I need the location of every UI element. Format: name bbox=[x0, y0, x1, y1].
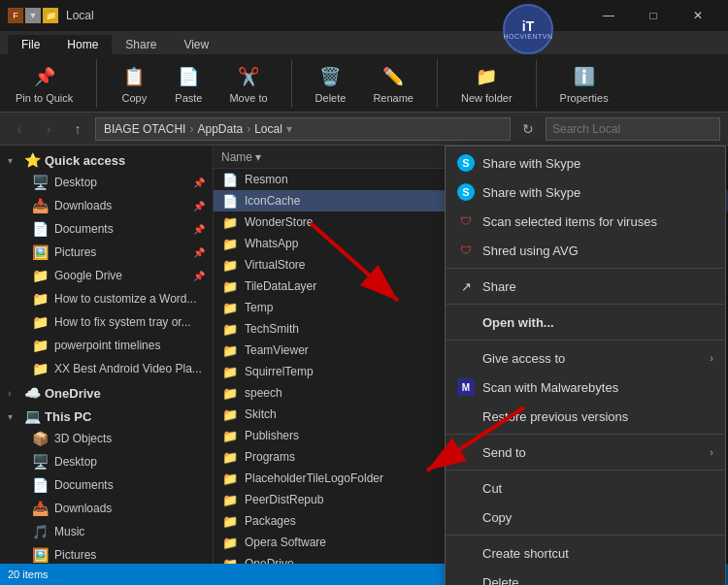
sidebar-item-ppt-timelines[interactable]: 📁 powerpoint timelines bbox=[0, 334, 213, 357]
sidebar-item-documents-qa-label: Documents bbox=[54, 222, 187, 236]
back-button[interactable]: ‹ bbox=[8, 117, 31, 141]
ctx-scan-avg[interactable]: 🛡 Scan selected items for viruses bbox=[446, 207, 725, 236]
ctx-share-skype-2[interactable]: S Share with Skype bbox=[446, 178, 725, 207]
share-icon: ↗ bbox=[457, 277, 475, 295]
sidebar-item-pictures-qa[interactable]: 🖼️ Pictures 📌 bbox=[0, 241, 213, 264]
address-path[interactable]: BIAGE OTACHI › AppData › Local ▾ bbox=[95, 117, 511, 141]
tab-file[interactable]: File bbox=[8, 35, 53, 54]
sidebar-item-music-pc[interactable]: 🎵 Music bbox=[0, 520, 213, 543]
sidebar-item-3dobjects[interactable]: 📦 3D Objects bbox=[0, 427, 213, 450]
ctx-give-access[interactable]: Give access to › bbox=[446, 343, 725, 373]
ctx-share-skype-1[interactable]: S Share with Skype bbox=[446, 148, 725, 178]
squirreltemp-icon: 📁 bbox=[221, 365, 239, 379]
pictures-qa-pin: 📌 bbox=[193, 247, 205, 258]
opera-icon: 📁 bbox=[221, 536, 239, 550]
ctx-share-label: Share bbox=[482, 279, 713, 294]
up-button[interactable]: ↑ bbox=[66, 117, 89, 141]
delete-button[interactable]: 🗑️ Delete bbox=[308, 59, 354, 108]
sidebar-item-downloads-pc[interactable]: 📥 Downloads bbox=[0, 497, 213, 520]
new-folder-button[interactable]: 📁 New folder bbox=[453, 59, 520, 108]
title-bar-icons: F ▼ 📁 bbox=[8, 8, 58, 23]
restore-versions-icon bbox=[457, 407, 475, 425]
tab-share[interactable]: Share bbox=[112, 35, 170, 54]
logo-sub-text: HOCVIENTVN bbox=[504, 33, 553, 40]
onedrive-header[interactable]: › ☁️ OneDrive bbox=[0, 382, 213, 404]
ctx-shred-avg-label: Shred using AVG bbox=[482, 244, 713, 258]
fix-system-tray-icon: 📁 bbox=[31, 314, 49, 330]
quick-access-header[interactable]: ▾ ⭐ Quick access bbox=[0, 149, 213, 171]
skype-icon-1: S bbox=[457, 154, 475, 172]
rename-button[interactable]: ✏️ Rename bbox=[365, 59, 421, 108]
ctx-send-to-label: Send to bbox=[482, 445, 702, 460]
resmon-name: Resmon bbox=[245, 173, 476, 186]
paste-label: Paste bbox=[175, 92, 202, 104]
ctx-delete[interactable]: Delete bbox=[446, 568, 725, 585]
logo-area: iT HOCVIENTVN bbox=[503, 4, 553, 54]
copy-ctx-icon bbox=[457, 508, 475, 526]
close-button[interactable]: ✕ bbox=[676, 0, 720, 31]
sidebar-item-fix-system-tray[interactable]: 📁 How to fix system tray or... bbox=[0, 310, 213, 334]
app-icon-2: ▼ bbox=[25, 8, 41, 23]
sidebar-item-pictures-pc-label: Pictures bbox=[54, 548, 205, 562]
sidebar-item-downloads-qa[interactable]: 📥 Downloads 📌 bbox=[0, 194, 213, 217]
thispc-chevron: ▾ bbox=[8, 411, 19, 422]
tab-view[interactable]: View bbox=[170, 35, 222, 54]
3dobjects-icon: 📦 bbox=[31, 431, 49, 446]
ctx-share-skype-2-label: Share with Skype bbox=[482, 185, 713, 200]
status-item-count: 20 items bbox=[8, 569, 49, 580]
whatsapp-icon: 📁 bbox=[221, 237, 239, 251]
search-input[interactable] bbox=[546, 117, 720, 141]
packages-icon: 📁 bbox=[221, 514, 239, 529]
minimize-button[interactable]: — bbox=[586, 0, 631, 31]
ribbon-sep-2 bbox=[291, 59, 292, 108]
iconcache-name: IconCache bbox=[245, 194, 476, 208]
ctx-open-with[interactable]: Open with... bbox=[446, 308, 725, 337]
onedrive-chevron: › bbox=[8, 388, 19, 399]
maximize-button[interactable]: □ bbox=[631, 0, 676, 31]
ctx-create-shortcut[interactable]: Create shortcut bbox=[446, 538, 725, 568]
thispc-icon: 💻 bbox=[23, 408, 41, 424]
move-button[interactable]: ✂️ Move to bbox=[221, 59, 275, 108]
cut-icon bbox=[457, 479, 475, 497]
properties-button[interactable]: ℹ️ Properties bbox=[552, 59, 616, 108]
forward-button[interactable]: › bbox=[37, 117, 60, 141]
ctx-copy[interactable]: Copy bbox=[446, 503, 725, 532]
sidebar-item-documents-pc[interactable]: 📄 Documents bbox=[0, 473, 213, 497]
ctx-sep-3 bbox=[446, 340, 725, 341]
sidebar-item-documents-qa[interactable]: 📄 Documents 📌 bbox=[0, 217, 213, 241]
ctx-scan-malware[interactable]: M Scan with Malwarebytes bbox=[446, 373, 725, 402]
copy-button[interactable]: 📋 Copy bbox=[113, 59, 155, 108]
ctx-cut[interactable]: Cut bbox=[446, 473, 725, 503]
skitch-icon: 📁 bbox=[221, 407, 239, 422]
ctx-restore-versions[interactable]: Restore previous versions bbox=[446, 402, 725, 431]
ctx-send-to[interactable]: Send to › bbox=[446, 438, 725, 467]
tab-home[interactable]: Home bbox=[53, 35, 112, 54]
avg-icon-2: 🛡 bbox=[457, 242, 475, 259]
quick-access-chevron: ▾ bbox=[8, 155, 19, 166]
path-chevron: ▾ bbox=[286, 122, 292, 136]
path-part-1: BIAGE OTACHI bbox=[104, 122, 185, 136]
ctx-share[interactable]: ↗ Share bbox=[446, 272, 725, 301]
sidebar-item-android-video[interactable]: 📁 XX Best Android Video Pla... bbox=[0, 357, 213, 380]
ribbon-sep-4 bbox=[536, 59, 537, 108]
give-access-arrow: › bbox=[710, 352, 713, 364]
sidebar-item-documents-pc-label: Documents bbox=[54, 478, 205, 492]
ribbon-sep-3 bbox=[437, 59, 438, 108]
sidebar-item-desktop-pc[interactable]: 🖥️ Desktop bbox=[0, 450, 213, 473]
music-pc-icon: 🎵 bbox=[31, 524, 49, 539]
sidebar-item-desktop-qa[interactable]: 🖥️ Desktop 📌 bbox=[0, 171, 213, 194]
address-bar: ‹ › ↑ BIAGE OTACHI › AppData › Local ▾ ↻ bbox=[0, 113, 728, 146]
rename-label: Rename bbox=[373, 92, 414, 104]
paste-button[interactable]: 📄 Paste bbox=[167, 59, 210, 108]
sidebar-item-pictures-pc[interactable]: 🖼️ Pictures bbox=[0, 543, 213, 564]
sidebar-item-googledrive-qa[interactable]: 📁 Google Drive 📌 bbox=[0, 264, 213, 287]
sidebar-item-desktop-pc-label: Desktop bbox=[54, 455, 205, 469]
ctx-scan-avg-label: Scan selected items for viruses bbox=[482, 214, 713, 229]
sidebar-item-customize-word[interactable]: 📁 How to customize a Word... bbox=[0, 287, 213, 310]
pin-button[interactable]: 📌 Pin to Quick bbox=[8, 59, 81, 108]
quick-access-star-icon: ⭐ bbox=[23, 152, 41, 168]
thispc-header[interactable]: ▾ 💻 This PC bbox=[0, 406, 213, 427]
refresh-button[interactable]: ↻ bbox=[516, 117, 540, 141]
ctx-shred-avg[interactable]: 🛡 Shred using AVG bbox=[446, 236, 725, 265]
ctx-sep-4 bbox=[446, 434, 725, 435]
